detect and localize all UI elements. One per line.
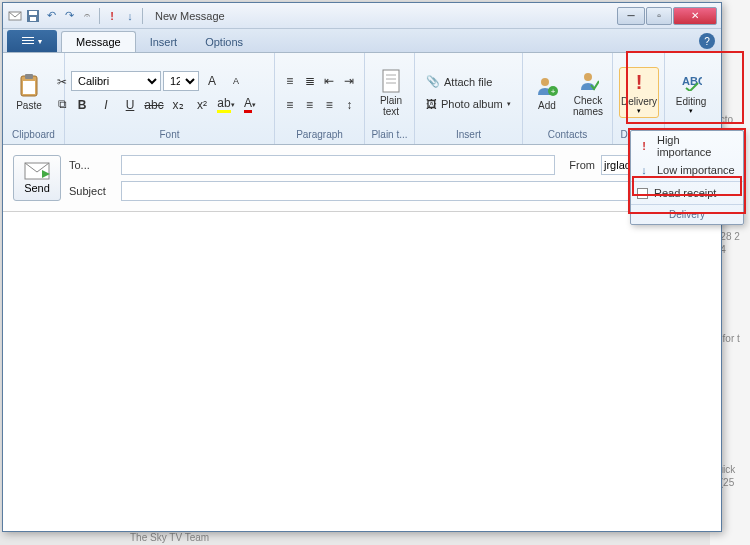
font-color-button[interactable]: A▾ bbox=[239, 94, 261, 116]
delivery-button[interactable]: ! Delivery ▾ bbox=[619, 67, 659, 118]
bg-text: The Sky TV Team bbox=[130, 532, 209, 543]
bullets-button[interactable]: ≡ bbox=[281, 70, 299, 92]
minimize-button[interactable]: ─ bbox=[617, 7, 645, 25]
high-importance-icon[interactable]: ! bbox=[104, 8, 120, 24]
svg-rect-7 bbox=[383, 70, 399, 92]
group-paragraph: ≡ ≣ ⇤ ⇥ ≡ ≡ ≡ ↕ Paragraph bbox=[275, 53, 365, 144]
bold-button[interactable]: B bbox=[71, 94, 93, 116]
svg-rect-6 bbox=[23, 81, 35, 94]
titlebar: ↶ ↷ 𝄐 ! ↓ New Message ─ ▫ ✕ bbox=[3, 3, 721, 29]
menu-read-receipt[interactable]: Read receipt bbox=[631, 184, 743, 202]
grow-font-icon[interactable]: A bbox=[201, 70, 223, 92]
svg-point-11 bbox=[541, 78, 549, 86]
send-button[interactable]: Send bbox=[13, 155, 61, 201]
font-name-select[interactable]: Calibri bbox=[71, 71, 161, 91]
underline-button[interactable]: U bbox=[119, 94, 141, 116]
group-insert: 📎 Attach file 🖼 Photo album ▾ Insert bbox=[415, 53, 523, 144]
maximize-button[interactable]: ▫ bbox=[646, 7, 672, 25]
clipboard-icon bbox=[17, 74, 41, 98]
qat-send-icon[interactable] bbox=[7, 8, 23, 24]
svg-rect-3 bbox=[30, 17, 36, 21]
svg-rect-2 bbox=[29, 11, 37, 15]
highlight-color-button[interactable]: ab▾ bbox=[215, 94, 237, 116]
from-label: From bbox=[569, 159, 595, 171]
save-icon[interactable] bbox=[25, 8, 41, 24]
ribbon-tabs: ▾ Message Insert Options ? bbox=[3, 29, 721, 53]
tab-options[interactable]: Options bbox=[191, 32, 257, 52]
group-label: Contacts bbox=[529, 128, 606, 142]
help-icon[interactable]: ? bbox=[699, 33, 715, 49]
strike-button[interactable]: abc bbox=[143, 94, 165, 116]
window-title: New Message bbox=[155, 10, 225, 22]
importance-icon: ! bbox=[627, 70, 651, 94]
to-label[interactable]: To... bbox=[69, 159, 115, 171]
chevron-down-icon: ▾ bbox=[689, 107, 693, 115]
group-plaintext: Plain text Plain t... bbox=[365, 53, 415, 144]
group-contacts: + Add Check names Contacts bbox=[523, 53, 613, 144]
paperclip-icon: 📎 bbox=[426, 75, 440, 88]
font-size-select[interactable]: 12 bbox=[163, 71, 199, 91]
align-center-button[interactable]: ≡ bbox=[301, 94, 319, 116]
chevron-down-icon: ▾ bbox=[637, 107, 641, 115]
low-importance-icon[interactable]: ↓ bbox=[122, 8, 138, 24]
high-importance-icon: ! bbox=[637, 140, 651, 152]
close-button[interactable]: ✕ bbox=[673, 7, 717, 25]
photo-icon: 🖼 bbox=[426, 98, 437, 110]
line-spacing-button[interactable]: ↕ bbox=[340, 94, 358, 116]
italic-button[interactable]: I bbox=[95, 94, 117, 116]
menu-low-importance[interactable]: ↓ Low importance bbox=[631, 161, 743, 179]
menu-high-importance[interactable]: ! High importance bbox=[631, 131, 743, 161]
check-names-icon bbox=[576, 69, 600, 93]
svg-text:ABC: ABC bbox=[682, 75, 702, 87]
group-label: Paragraph bbox=[281, 128, 358, 142]
subject-field[interactable] bbox=[121, 181, 711, 201]
message-body[interactable] bbox=[3, 212, 721, 531]
group-label: Font bbox=[71, 128, 268, 142]
attach-file-button[interactable]: 📎 Attach file bbox=[421, 72, 516, 91]
checkbox-icon bbox=[637, 188, 648, 199]
paste-button[interactable]: Paste bbox=[9, 71, 49, 114]
svg-point-14 bbox=[584, 73, 592, 81]
group-font: Calibri 12 A A B I U abc x₂ x² ab▾ A▾ bbox=[65, 53, 275, 144]
superscript-button[interactable]: x² bbox=[191, 94, 213, 116]
redo-icon[interactable]: ↷ bbox=[61, 8, 77, 24]
ribbon: Paste ✂ ⧉ Clipboard Calibri 12 A A bbox=[3, 53, 721, 145]
check-names-button[interactable]: Check names bbox=[567, 66, 609, 120]
menu-footer-label: Delivery bbox=[631, 207, 743, 224]
send-mail-icon bbox=[24, 162, 50, 180]
chevron-down-icon: ▾ bbox=[507, 100, 511, 108]
group-clipboard: Paste ✂ ⧉ Clipboard bbox=[3, 53, 65, 144]
to-field[interactable] bbox=[121, 155, 555, 175]
spellcheck-icon: ABC bbox=[679, 70, 703, 94]
chevron-down-icon: ▾ bbox=[38, 37, 42, 46]
message-header: Send To... From jrgladman@gmail. Subject bbox=[3, 145, 721, 212]
svg-rect-5 bbox=[25, 74, 33, 79]
add-contact-icon: + bbox=[535, 74, 559, 98]
group-label: Plain t... bbox=[371, 128, 408, 142]
menu-lines-icon bbox=[22, 37, 34, 45]
app-menu-button[interactable]: ▾ bbox=[7, 30, 57, 52]
editing-button[interactable]: ABC Editing ▾ bbox=[671, 67, 711, 118]
plain-text-button[interactable]: Plain text bbox=[371, 66, 411, 120]
decrease-indent-button[interactable]: ⇤ bbox=[321, 70, 339, 92]
plaintext-icon bbox=[379, 69, 403, 93]
shrink-font-icon[interactable]: A bbox=[225, 70, 247, 92]
group-label: Insert bbox=[421, 128, 516, 142]
group-label: Clipboard bbox=[9, 128, 58, 142]
add-contact-button[interactable]: + Add bbox=[529, 71, 565, 114]
window: ↶ ↷ 𝄐 ! ↓ New Message ─ ▫ ✕ ▾ Message In… bbox=[2, 2, 722, 532]
numbering-button[interactable]: ≣ bbox=[301, 70, 319, 92]
tab-insert[interactable]: Insert bbox=[136, 32, 192, 52]
attach-icon[interactable]: 𝄐 bbox=[79, 8, 95, 24]
delivery-menu: ! High importance ↓ Low importance Read … bbox=[630, 130, 744, 225]
photo-album-button[interactable]: 🖼 Photo album ▾ bbox=[421, 95, 516, 113]
subscript-button[interactable]: x₂ bbox=[167, 94, 189, 116]
align-right-button[interactable]: ≡ bbox=[321, 94, 339, 116]
increase-indent-button[interactable]: ⇥ bbox=[340, 70, 358, 92]
svg-text:+: + bbox=[551, 87, 556, 96]
quick-access-toolbar: ↶ ↷ 𝄐 ! ↓ bbox=[7, 8, 145, 24]
undo-icon[interactable]: ↶ bbox=[43, 8, 59, 24]
align-left-button[interactable]: ≡ bbox=[281, 94, 299, 116]
subject-label: Subject bbox=[69, 185, 115, 197]
tab-message[interactable]: Message bbox=[61, 31, 136, 52]
